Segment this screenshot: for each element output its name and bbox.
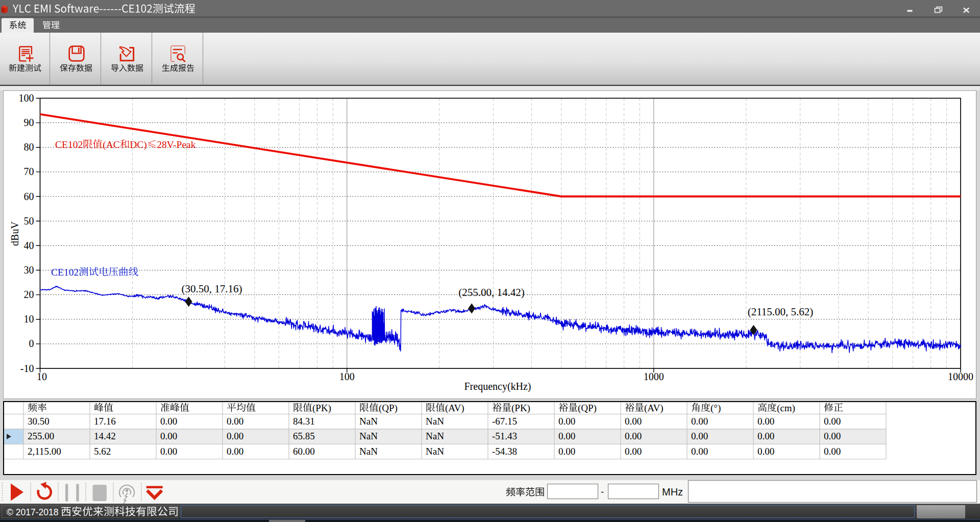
svg-text:-67.15: -67.15 [492,416,517,427]
svg-text:255.00: 255.00 [28,431,54,441]
svg-text:-10: -10 [20,363,34,374]
svg-text:(2115.00, 5.62): (2115.00, 5.62) [748,306,814,318]
svg-text:28V-Peak: 28V-Peak [157,139,195,150]
svg-text:60.00: 60.00 [293,446,315,457]
svg-text:84.31: 84.31 [293,416,315,427]
svg-text:CE102: CE102 [51,267,79,278]
svg-text:CE102: CE102 [55,139,83,150]
svg-text:NaN: NaN [426,431,444,441]
svg-text:0.00: 0.00 [824,416,841,427]
svg-text:(QP): (QP) [578,403,597,414]
svg-text:100: 100 [339,371,355,382]
svg-text:14.42: 14.42 [94,431,116,441]
svg-text:1000: 1000 [644,371,664,382]
svg-text:100: 100 [19,92,34,104]
svg-text:0.00: 0.00 [558,416,575,427]
svg-text:30: 30 [24,264,34,276]
svg-text:(255.00, 14.42): (255.00, 14.42) [458,286,525,299]
svg-text:(30.50, 17.16): (30.50, 17.16) [182,283,242,295]
svg-text:50: 50 [24,215,34,227]
svg-text:(AC: (AC [103,139,120,151]
svg-text:DC): DC) [130,139,147,151]
svg-text:(AV): (AV) [644,403,664,414]
svg-text:0.00: 0.00 [227,446,243,457]
svg-text:NaN: NaN [359,431,378,441]
svg-text:0.00: 0.00 [227,431,243,441]
svg-text:(cm): (cm) [777,403,795,414]
svg-text:0.00: 0.00 [824,446,841,457]
svg-text:5.62: 5.62 [94,446,111,457]
svg-text:0.00: 0.00 [691,446,708,457]
svg-text:70: 70 [24,166,34,177]
svg-text:0.00: 0.00 [757,446,774,457]
svg-text:10: 10 [37,371,47,382]
svg-text:NaN: NaN [359,416,378,427]
svg-text:0.00: 0.00 [160,416,177,427]
svg-text:10: 10 [24,313,34,325]
svg-text:(PK): (PK) [312,403,331,414]
svg-text:(PK): (PK) [511,403,530,414]
svg-text:40: 40 [24,240,34,251]
svg-text:0.00: 0.00 [227,416,243,427]
svg-text:-54.38: -54.38 [492,446,517,457]
svg-text:80: 80 [24,141,34,153]
svg-text:0.00: 0.00 [691,431,708,441]
svg-text:(AV): (AV) [445,403,464,414]
svg-text:(°): (°) [710,403,721,414]
svg-text:0.00: 0.00 [160,446,177,457]
svg-text:2,115.00: 2,115.00 [28,446,61,457]
svg-text:0.00: 0.00 [625,446,642,457]
svg-text:0.00: 0.00 [558,431,575,441]
svg-text:0.00: 0.00 [558,446,575,457]
svg-text:NaN: NaN [426,416,444,427]
svg-text:20: 20 [24,289,34,300]
svg-text:-: - [601,486,604,497]
svg-text:90: 90 [24,117,34,128]
svg-text:-51.43: -51.43 [492,431,517,441]
svg-text:dBuV: dBuV [9,221,20,246]
svg-text:(QP): (QP) [379,403,398,414]
svg-text:17.16: 17.16 [94,416,116,427]
svg-text:0.00: 0.00 [625,416,642,427]
svg-text:0.00: 0.00 [691,416,708,427]
svg-text:10000: 10000 [948,371,973,382]
svg-text:30.50: 30.50 [28,416,50,427]
svg-text:0.00: 0.00 [757,416,774,427]
svg-text:60: 60 [24,191,34,202]
svg-text:0.00: 0.00 [160,431,177,441]
svg-text:NaN: NaN [359,446,378,457]
svg-text:NaN: NaN [426,446,444,457]
svg-text:0.00: 0.00 [625,431,642,441]
svg-text:0.00: 0.00 [757,431,774,441]
svg-text:Frequency(kHz): Frequency(kHz) [464,381,531,392]
svg-text:© 2017-2018: © 2017-2018 [7,507,58,517]
svg-text:0: 0 [29,338,34,349]
svg-text:MHz: MHz [662,486,683,498]
svg-text:65.85: 65.85 [293,431,315,441]
svg-text:0.00: 0.00 [824,431,841,441]
